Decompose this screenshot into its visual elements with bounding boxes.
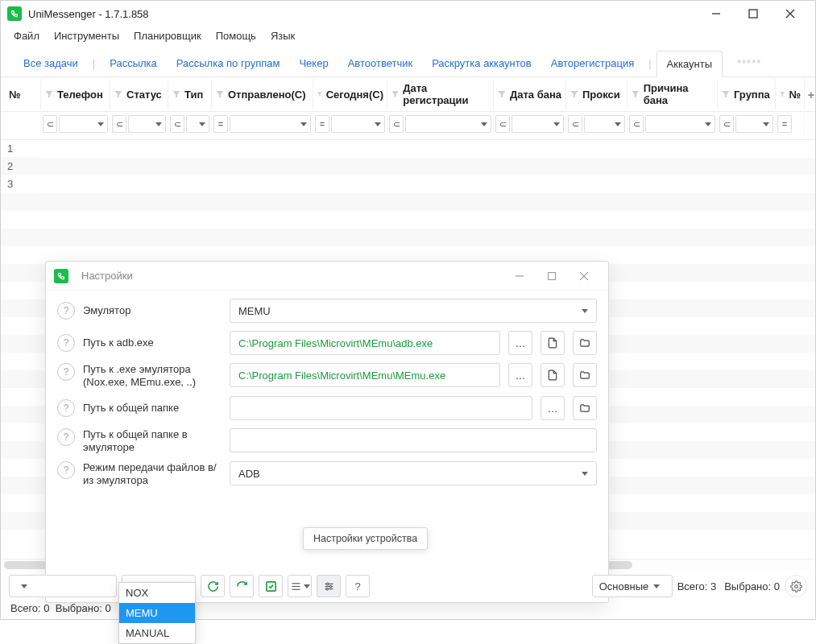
help-icon[interactable]: ? — [57, 302, 75, 320]
check-button[interactable] — [259, 575, 283, 597]
col-group[interactable]: Группа — [718, 79, 776, 109]
dots-button[interactable]: … — [541, 396, 565, 420]
help-icon[interactable]: ? — [57, 461, 75, 479]
filter-op[interactable]: = — [213, 115, 228, 133]
tab-checker[interactable]: Чекер — [289, 50, 338, 76]
filter-op[interactable]: = — [315, 115, 329, 133]
tab-autoreply[interactable]: Автоответчик — [338, 50, 422, 76]
help-icon[interactable]: ? — [57, 334, 75, 352]
help-icon[interactable]: ? — [57, 428, 75, 446]
emulator-label: Эмулятор — [83, 304, 222, 317]
filter-op[interactable]: ⊂ — [112, 115, 126, 133]
tab-all-tasks[interactable]: Все задачи — [14, 50, 88, 76]
col-num[interactable]: № — [6, 79, 41, 109]
col-sent[interactable]: Отправлено(С) — [212, 79, 313, 109]
exe-path-input[interactable]: C:\Program Files\Microvirt\MEmu\MEmu.exe — [230, 363, 500, 387]
filter-dropdown[interactable] — [584, 115, 625, 133]
tab-accounts[interactable]: Аккаунты — [657, 51, 723, 77]
folder-icon-button[interactable] — [573, 363, 597, 387]
menu-tools[interactable]: Инструменты — [54, 30, 119, 42]
filter-op[interactable]: ⊂ — [43, 115, 57, 133]
col-type[interactable]: Тип — [168, 79, 212, 109]
grid-row-number[interactable]: 1 — [1, 140, 41, 158]
filter-dropdown[interactable] — [230, 115, 311, 133]
svg-point-15 — [326, 583, 329, 585]
filter-op[interactable]: ⊂ — [389, 115, 404, 133]
col-proxy[interactable]: Прокси — [566, 79, 628, 109]
maximize-button[interactable] — [735, 1, 772, 27]
list-button[interactable] — [288, 575, 312, 597]
dots-button[interactable]: … — [508, 331, 532, 355]
filter-dropdown[interactable] — [405, 115, 491, 133]
view-dropdown[interactable]: Основные — [592, 575, 673, 597]
filter-dropdown[interactable] — [331, 115, 385, 133]
filter-op[interactable]: = — [777, 115, 792, 133]
caret-down-icon — [300, 122, 307, 126]
filter-dropdown[interactable] — [735, 115, 773, 133]
filter-op[interactable]: ⊂ — [719, 115, 734, 133]
minimize-button[interactable] — [698, 1, 735, 27]
filter-op[interactable]: ⊂ — [170, 115, 184, 133]
refresh-all-button[interactable] — [201, 575, 225, 597]
filter-dropdown[interactable] — [59, 115, 108, 133]
filter-op[interactable]: ⊂ — [568, 115, 582, 133]
shared-emu-path-input[interactable] — [230, 428, 597, 452]
filter-op[interactable]: ⊂ — [629, 115, 644, 133]
grid-row-number[interactable]: 2 — [1, 158, 41, 175]
menu-scheduler[interactable]: Планировщик — [134, 30, 201, 42]
help-icon[interactable]: ? — [57, 363, 75, 381]
col-proxy-label: Прокси — [582, 89, 620, 101]
refresh-button[interactable] — [230, 575, 254, 597]
caret-down-icon — [763, 122, 769, 126]
tab-group-broadcast[interactable]: Рассылка по группам — [167, 50, 290, 76]
file-icon-button[interactable] — [541, 331, 565, 355]
device-settings-button[interactable] — [317, 575, 341, 597]
emulator-select[interactable]: MEMU — [230, 299, 597, 323]
dropdown-option-memu[interactable]: MEMU — [119, 603, 195, 620]
dropdown-option-nox[interactable]: NOX — [119, 583, 195, 603]
help-icon[interactable]: ? — [57, 399, 75, 417]
menu-lang[interactable]: Язык — [271, 30, 295, 42]
col-phone[interactable]: Телефон — [41, 79, 110, 109]
help-button[interactable]: ? — [346, 575, 370, 597]
tab-autoreg[interactable]: Авторегистрация — [541, 50, 644, 76]
col-num2[interactable]: № — [776, 79, 805, 109]
svg-rect-5 — [549, 272, 556, 279]
summary-total-value: 3 — [710, 580, 716, 592]
filter-dropdown[interactable] — [128, 115, 166, 133]
tab-promo[interactable]: Раскрутка аккаунтов — [422, 50, 541, 76]
dialog-minimize-button[interactable] — [503, 262, 536, 291]
filter-icon — [391, 89, 400, 99]
filter-dropdown[interactable] — [186, 115, 209, 133]
category-dropdown-1[interactable] — [9, 575, 117, 597]
menu-help[interactable]: Помощь — [216, 30, 256, 42]
grid-row-number[interactable]: 3 — [1, 175, 41, 193]
close-button[interactable] — [772, 1, 809, 27]
filter-icon — [114, 89, 123, 99]
filter-dropdown[interactable] — [645, 115, 715, 133]
col-today[interactable]: Сегодня(С) — [313, 79, 387, 109]
dots-button[interactable]: … — [508, 363, 532, 387]
file-icon-button[interactable] — [541, 363, 565, 387]
settings-dialog: Настройки ? Эмулятор MEMU ? Путь к adb.e… — [45, 261, 609, 603]
add-column-button[interactable]: + — [808, 89, 814, 101]
shared-path-input[interactable] — [230, 396, 532, 420]
filter-op[interactable]: ⊂ — [495, 115, 510, 133]
filter-dropdown[interactable] — [512, 115, 564, 133]
filter-icon — [721, 89, 731, 99]
status-total-label: Всего: — [10, 602, 41, 614]
dialog-close-button[interactable] — [568, 262, 600, 291]
col-regdate[interactable]: Дата регистрации — [387, 79, 494, 109]
transfer-select[interactable]: ADB — [230, 461, 597, 485]
col-status[interactable]: Статус — [110, 79, 168, 109]
dialog-maximize-button[interactable] — [536, 262, 568, 291]
tab-broadcast[interactable]: Рассылка — [100, 50, 167, 76]
settings-gear-button[interactable] — [785, 575, 807, 597]
menu-file[interactable]: Файл — [14, 30, 39, 42]
col-bandate[interactable]: Дата бана — [494, 79, 566, 109]
col-banreason[interactable]: Причина бана — [628, 79, 718, 109]
folder-icon-button[interactable] — [573, 396, 597, 420]
folder-icon-button[interactable] — [573, 331, 597, 355]
adb-path-input[interactable]: C:\Program Files\Microvirt\MEmu\adb.exe — [230, 331, 500, 355]
caret-down-icon — [653, 584, 660, 588]
